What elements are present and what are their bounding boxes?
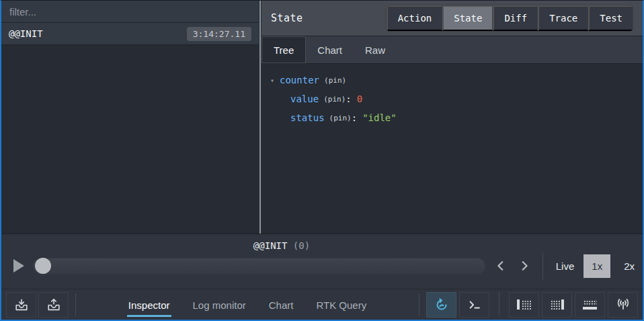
tree-value-number: 0	[357, 94, 362, 104]
tab-test[interactable]: Test	[588, 5, 633, 31]
dock-left-icon	[517, 299, 531, 310]
chevron-right-icon	[518, 260, 530, 272]
inspector-header: State Action State Diff Trace Test	[261, 1, 643, 36]
redux-devtools-window: @@INIT 3:14:27.11 State Action State Dif…	[0, 0, 644, 321]
tree-key: value	[290, 94, 319, 104]
pin-tag: (pin)	[324, 76, 346, 85]
tab-action[interactable]: Action	[387, 5, 443, 31]
divider	[75, 293, 76, 316]
inspector-panel: State Action State Diff Trace Test Tree …	[261, 1, 643, 234]
current-action-label: @@INIT (0)	[1, 240, 562, 251]
playback-section: @@INIT (0) Live	[1, 234, 643, 289]
action-list-panel: @@INIT 3:14:27.11	[1, 1, 259, 234]
state-tree: ▾ counter (pin) value (pin) : 0 status (…	[261, 64, 643, 234]
filter-input[interactable]	[9, 6, 251, 17]
chevron-left-icon	[495, 260, 507, 272]
current-action-name: @@INIT	[253, 240, 288, 251]
divider	[499, 292, 499, 315]
slider-thumb[interactable]	[35, 258, 51, 274]
pin-tag: (pin)	[323, 95, 346, 104]
terminal-icon	[467, 297, 482, 312]
tree-key: status	[290, 112, 325, 123]
action-name: @@INIT	[9, 28, 43, 39]
tree-node-status[interactable]: status (pin) : "idle"	[270, 108, 634, 127]
monitor-tabs: Inspector Log monitor Chart RTK Query	[83, 293, 412, 317]
tree-value-string: "idle"	[362, 112, 397, 123]
separator: :	[352, 112, 357, 123]
playback-controls: Live 1x 2x	[1, 255, 643, 277]
dock-right-button[interactable]	[542, 292, 572, 318]
action-list-item[interactable]: @@INIT 3:14:27.11	[1, 23, 259, 45]
tab-state[interactable]: State	[442, 5, 493, 31]
pin-tag: (pin)	[329, 114, 352, 122]
separator: :	[346, 94, 351, 104]
remote-button[interactable]	[608, 292, 638, 318]
tab-rtk-query[interactable]: RTK Query	[315, 293, 368, 317]
speed-2x-button[interactable]: 2x	[616, 254, 643, 278]
dock-bottom-icon	[583, 299, 597, 310]
divider	[419, 293, 419, 316]
tab-log-monitor[interactable]: Log monitor	[192, 293, 247, 317]
dispatcher-button[interactable]	[459, 292, 489, 318]
inspector-tab-group: Action State Diff Trace Test	[386, 5, 633, 32]
tree-key: counter	[280, 75, 319, 85]
pause-recording-icon	[434, 297, 450, 313]
export-state-button[interactable]	[38, 292, 69, 318]
dock-bottom-button[interactable]	[575, 292, 605, 318]
import-state-button[interactable]	[6, 292, 36, 318]
step-back-button[interactable]	[492, 256, 510, 276]
import-export-group	[6, 292, 69, 318]
pause-recording-button[interactable]	[426, 292, 456, 318]
tab-diff[interactable]: Diff	[493, 5, 538, 31]
play-icon	[13, 258, 25, 273]
state-view-subtabs: Tree Chart Raw	[261, 36, 643, 64]
subtab-raw[interactable]: Raw	[354, 36, 397, 63]
export-icon	[46, 297, 61, 312]
panel-resize-handle[interactable]	[259, 1, 261, 234]
subtab-chart[interactable]: Chart	[306, 36, 354, 63]
play-button[interactable]	[13, 258, 28, 274]
tab-trace[interactable]: Trace	[538, 5, 588, 31]
tree-node-counter[interactable]: ▾ counter (pin)	[270, 71, 634, 90]
filter-bar	[1, 1, 259, 23]
tree-node-value[interactable]: value (pin) : 0	[270, 90, 634, 108]
divider	[542, 252, 543, 279]
subtab-tree[interactable]: Tree	[261, 36, 306, 63]
tab-inspector[interactable]: Inspector	[127, 293, 171, 317]
live-button[interactable]: Live	[552, 255, 579, 277]
action-timestamp: 3:14:27.11	[187, 27, 251, 41]
step-forward-button[interactable]	[516, 256, 533, 276]
bottom-toolbar: Inspector Log monitor Chart RTK Query	[1, 289, 643, 320]
dock-right-icon	[550, 299, 564, 310]
remote-icon	[615, 297, 631, 313]
collapse-arrow-icon[interactable]: ▾	[270, 77, 280, 84]
toolbar-icon-group	[426, 292, 638, 318]
current-action-index: (0)	[293, 240, 310, 251]
import-icon	[14, 297, 29, 312]
timeline-slider[interactable]	[32, 257, 486, 275]
inspector-title: State	[271, 12, 303, 24]
main-area: @@INIT 3:14:27.11 State Action State Dif…	[1, 1, 643, 234]
tab-chart[interactable]: Chart	[268, 293, 295, 317]
dock-left-button[interactable]	[509, 292, 539, 318]
speed-1x-button[interactable]: 1x	[583, 254, 610, 278]
